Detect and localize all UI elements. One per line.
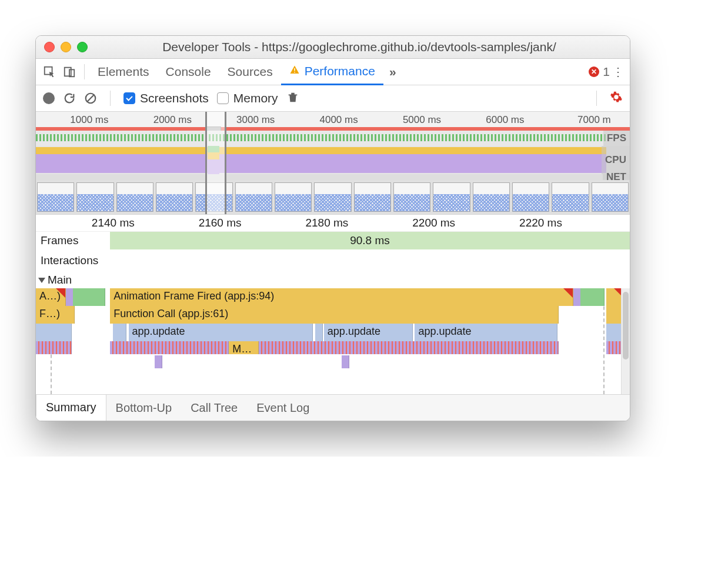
checkbox-icon	[217, 92, 229, 104]
reload-record-button[interactable]	[63, 92, 76, 105]
main-track-label: Main	[48, 274, 72, 287]
clear-button[interactable]	[84, 92, 97, 105]
overview-ruler[interactable]: 1000 ms 2000 ms 3000 ms 4000 ms 5000 ms …	[36, 112, 630, 127]
net-lane-label: NET	[603, 174, 630, 180]
screenshot-thumb	[37, 182, 74, 212]
device-toggle-icon[interactable]	[59, 62, 79, 82]
overview-pane[interactable]: 1000 ms 2000 ms 3000 ms 4000 ms 5000 ms …	[36, 112, 630, 215]
overview-fps-lane: FPS	[36, 131, 630, 146]
flame-bar[interactable]	[573, 288, 581, 306]
flame-bar[interactable]	[36, 341, 72, 354]
flame-bar[interactable]	[342, 355, 349, 368]
collect-garbage-button[interactable]	[286, 91, 299, 106]
tab-elements-label: Elements	[98, 65, 149, 79]
tab-console-label: Console	[166, 65, 211, 79]
main-flame-chart[interactable]: A…) Animation Frame Fired (app.js:94) F……	[36, 288, 630, 394]
flame-bar[interactable]	[110, 341, 229, 354]
zoom-window-button[interactable]	[77, 42, 88, 52]
flame-bar-animation-frame[interactable]: Animation Frame Fired (app.js:94)	[110, 288, 573, 306]
tab-summary[interactable]: Summary	[36, 395, 106, 421]
error-count-value: 1	[603, 65, 610, 79]
memory-checkbox[interactable]: Memory	[217, 91, 278, 105]
capture-settings-icon[interactable]	[610, 91, 623, 106]
screenshot-thumb	[116, 182, 153, 212]
svg-rect-4	[294, 72, 295, 73]
tab-performance-label: Performance	[305, 64, 375, 78]
frames-track[interactable]: Frames 90.8 ms	[36, 232, 630, 249]
window-title: Developer Tools - https://googlechrome.g…	[97, 40, 622, 54]
tab-event-log[interactable]: Event Log	[247, 395, 319, 421]
flame-bar[interactable]: M…)	[229, 341, 259, 354]
ruler-tick: 5000 ms	[403, 114, 441, 126]
tab-sources[interactable]: Sources	[219, 59, 281, 85]
ruler-tick: 1000 ms	[70, 114, 108, 126]
inspect-element-icon[interactable]	[39, 62, 59, 82]
flame-bar-function-call[interactable]: Function Call (app.js:61)	[110, 306, 559, 324]
flame-bar[interactable]	[113, 324, 126, 341]
screenshot-thumb	[473, 182, 510, 212]
svg-rect-3	[294, 68, 295, 71]
flame-bar[interactable]	[66, 288, 74, 306]
tab-console[interactable]: Console	[158, 59, 219, 85]
flame-bar[interactable]: F…)	[36, 306, 75, 324]
ruler-tick: 2180 ms	[305, 217, 348, 229]
long-task-warning-icon	[563, 288, 573, 298]
flame-bar-app-update[interactable]: app.update	[129, 324, 313, 341]
divider	[84, 64, 85, 79]
tab-performance[interactable]: Performance	[281, 59, 383, 85]
flame-bar[interactable]	[36, 324, 72, 341]
screenshot-thumb	[433, 182, 470, 212]
ruler-tick: 2160 ms	[199, 217, 242, 229]
screenshot-thumb	[235, 182, 272, 212]
flame-bar[interactable]	[580, 288, 604, 306]
tab-bottom-up[interactable]: Bottom-Up	[106, 395, 182, 421]
fps-lane-label: FPS	[603, 131, 630, 146]
long-task-warning-icon	[56, 288, 65, 298]
traffic-lights	[44, 42, 88, 52]
error-badge-icon: ✕	[589, 66, 599, 77]
screenshots-checkbox[interactable]: Screenshots	[123, 91, 209, 105]
ruler-tick: 3000 ms	[236, 114, 275, 126]
vertical-scrollbar[interactable]	[621, 288, 630, 394]
divider	[596, 91, 597, 106]
record-button[interactable]	[43, 92, 55, 104]
flame-chart-pane[interactable]: 2140 ms 2160 ms 2180 ms 2200 ms 2220 ms …	[36, 215, 630, 394]
tab-elements[interactable]: Elements	[89, 59, 158, 85]
collapse-triangle-icon	[38, 278, 45, 283]
ruler-tick: 2200 ms	[412, 217, 455, 229]
checkbox-icon	[123, 92, 135, 104]
devtools-window: Developer Tools - https://googlechrome.g…	[35, 35, 630, 421]
warning-icon	[289, 64, 300, 78]
more-options-icon[interactable]: ⋮	[610, 65, 626, 79]
error-counter[interactable]: ✕ 1	[589, 65, 610, 79]
svg-line-6	[87, 95, 95, 102]
flame-bar-app-update[interactable]: app.update	[415, 324, 557, 341]
frame-duration: 90.8 ms	[350, 234, 390, 247]
flame-bar[interactable]	[155, 355, 162, 368]
title-bar: Developer Tools - https://googlechrome.g…	[36, 36, 630, 59]
screenshot-thumb	[156, 182, 193, 212]
flame-bar[interactable]	[73, 288, 106, 306]
interactions-track-label: Interactions	[36, 249, 110, 272]
cpu-lane-label: CPU	[602, 146, 630, 174]
close-window-button[interactable]	[44, 42, 55, 52]
minimize-window-button[interactable]	[61, 42, 71, 52]
memory-label: Memory	[233, 91, 278, 105]
flame-bar[interactable]	[259, 341, 559, 354]
flame-bar[interactable]	[315, 324, 323, 341]
overview-selection-handle[interactable]	[205, 112, 226, 214]
detail-ruler[interactable]: 2140 ms 2160 ms 2180 ms 2200 ms 2220 ms	[36, 215, 630, 232]
main-track-header[interactable]: Main	[36, 272, 630, 288]
flame-bar-app-update[interactable]: app.update	[324, 324, 413, 341]
ruler-tick: 2000 ms	[153, 114, 192, 126]
frames-track-label: Frames	[36, 232, 110, 249]
screenshot-thumb	[76, 182, 113, 212]
divider	[110, 91, 111, 106]
tab-call-tree[interactable]: Call Tree	[181, 395, 247, 421]
screenshot-thumb	[552, 182, 589, 212]
interactions-track[interactable]: Interactions	[36, 249, 630, 272]
flame-bar[interactable]: A…)	[36, 288, 66, 306]
ruler-tick: 7000 m	[577, 114, 611, 126]
scrollbar-thumb[interactable]	[623, 292, 629, 359]
tabs-overflow-button[interactable]: »	[383, 65, 402, 79]
